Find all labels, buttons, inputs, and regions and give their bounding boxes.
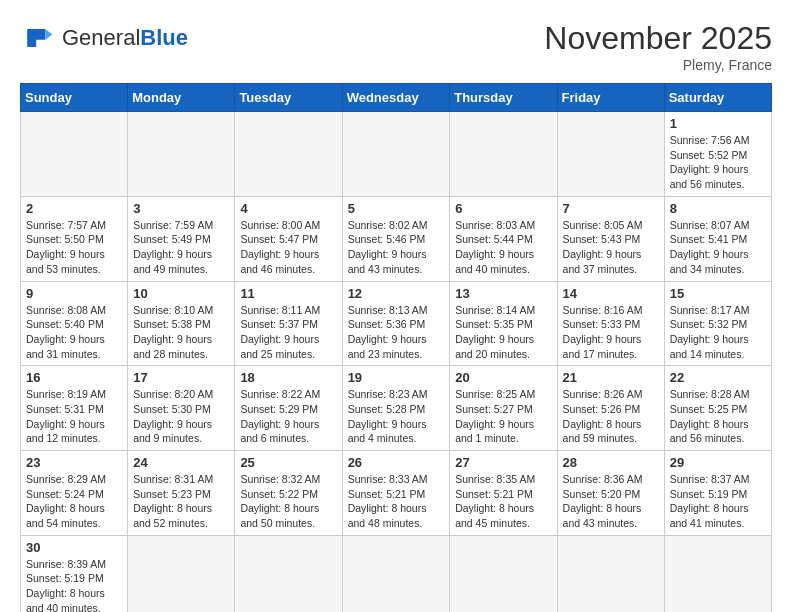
day-15: 15 Sunrise: 8:17 AMSunset: 5:32 PMDaylig… [664, 281, 771, 366]
day-29: 29 Sunrise: 8:37 AMSunset: 5:19 PMDaylig… [664, 451, 771, 536]
day-3: 3 Sunrise: 7:59 AMSunset: 5:49 PMDayligh… [128, 196, 235, 281]
day-14: 14 Sunrise: 8:16 AMSunset: 5:33 PMDaylig… [557, 281, 664, 366]
calendar-row-4: 16 Sunrise: 8:19 AMSunset: 5:31 PMDaylig… [21, 366, 772, 451]
day-22: 22 Sunrise: 8:28 AMSunset: 5:25 PMDaylig… [664, 366, 771, 451]
day-8: 8 Sunrise: 8:07 AMSunset: 5:41 PMDayligh… [664, 196, 771, 281]
empty-cell [128, 112, 235, 197]
header-thursday: Thursday [450, 84, 557, 112]
header-wednesday: Wednesday [342, 84, 450, 112]
day-13: 13 Sunrise: 8:14 AMSunset: 5:35 PMDaylig… [450, 281, 557, 366]
day-4: 4 Sunrise: 8:00 AMSunset: 5:47 PMDayligh… [235, 196, 342, 281]
empty-cell [128, 535, 235, 612]
day-21: 21 Sunrise: 8:26 AMSunset: 5:26 PMDaylig… [557, 366, 664, 451]
calendar-row-6: 30 Sunrise: 8:39 AMSunset: 5:19 PMDaylig… [21, 535, 772, 612]
header-tuesday: Tuesday [235, 84, 342, 112]
header-friday: Friday [557, 84, 664, 112]
day-10: 10 Sunrise: 8:10 AMSunset: 5:38 PMDaylig… [128, 281, 235, 366]
location: Plemy, France [544, 57, 772, 73]
header-monday: Monday [128, 84, 235, 112]
logo: GeneralBlue [20, 20, 188, 56]
day-11: 11 Sunrise: 8:11 AMSunset: 5:37 PMDaylig… [235, 281, 342, 366]
day-25: 25 Sunrise: 8:32 AMSunset: 5:22 PMDaylig… [235, 451, 342, 536]
day-19: 19 Sunrise: 8:23 AMSunset: 5:28 PMDaylig… [342, 366, 450, 451]
header-saturday: Saturday [664, 84, 771, 112]
day-18: 18 Sunrise: 8:22 AMSunset: 5:29 PMDaylig… [235, 366, 342, 451]
month-title: November 2025 [544, 20, 772, 57]
day-16: 16 Sunrise: 8:19 AMSunset: 5:31 PMDaylig… [21, 366, 128, 451]
day-20: 20 Sunrise: 8:25 AMSunset: 5:27 PMDaylig… [450, 366, 557, 451]
empty-cell [557, 112, 664, 197]
empty-cell [21, 112, 128, 197]
empty-cell [557, 535, 664, 612]
empty-cell [342, 112, 450, 197]
day-6: 6 Sunrise: 8:03 AMSunset: 5:44 PMDayligh… [450, 196, 557, 281]
day-27: 27 Sunrise: 8:35 AMSunset: 5:21 PMDaylig… [450, 451, 557, 536]
day-2: 2 Sunrise: 7:57 AMSunset: 5:50 PMDayligh… [21, 196, 128, 281]
page-header: GeneralBlue November 2025 Plemy, France [20, 20, 772, 73]
empty-cell [664, 535, 771, 612]
day-5: 5 Sunrise: 8:02 AMSunset: 5:46 PMDayligh… [342, 196, 450, 281]
day-30: 30 Sunrise: 8:39 AMSunset: 5:19 PMDaylig… [21, 535, 128, 612]
day-7: 7 Sunrise: 8:05 AMSunset: 5:43 PMDayligh… [557, 196, 664, 281]
empty-cell [235, 535, 342, 612]
empty-cell [450, 112, 557, 197]
weekday-header-row: Sunday Monday Tuesday Wednesday Thursday… [21, 84, 772, 112]
day-28: 28 Sunrise: 8:36 AMSunset: 5:20 PMDaylig… [557, 451, 664, 536]
general-blue-logo-icon [20, 20, 56, 56]
day-26: 26 Sunrise: 8:33 AMSunset: 5:21 PMDaylig… [342, 451, 450, 536]
calendar-row-5: 23 Sunrise: 8:29 AMSunset: 5:24 PMDaylig… [21, 451, 772, 536]
title-block: November 2025 Plemy, France [544, 20, 772, 73]
calendar-row-2: 2 Sunrise: 7:57 AMSunset: 5:50 PMDayligh… [21, 196, 772, 281]
calendar-row-3: 9 Sunrise: 8:08 AMSunset: 5:40 PMDayligh… [21, 281, 772, 366]
header-sunday: Sunday [21, 84, 128, 112]
calendar-table: Sunday Monday Tuesday Wednesday Thursday… [20, 83, 772, 612]
empty-cell [450, 535, 557, 612]
day-12: 12 Sunrise: 8:13 AMSunset: 5:36 PMDaylig… [342, 281, 450, 366]
calendar-row-1: 1 Sunrise: 7:56 AMSunset: 5:52 PMDayligh… [21, 112, 772, 197]
day-24: 24 Sunrise: 8:31 AMSunset: 5:23 PMDaylig… [128, 451, 235, 536]
day-23: 23 Sunrise: 8:29 AMSunset: 5:24 PMDaylig… [21, 451, 128, 536]
day-9: 9 Sunrise: 8:08 AMSunset: 5:40 PMDayligh… [21, 281, 128, 366]
day-17: 17 Sunrise: 8:20 AMSunset: 5:30 PMDaylig… [128, 366, 235, 451]
empty-cell [342, 535, 450, 612]
day-1: 1 Sunrise: 7:56 AMSunset: 5:52 PMDayligh… [664, 112, 771, 197]
empty-cell [235, 112, 342, 197]
logo-text: GeneralBlue [62, 25, 188, 51]
